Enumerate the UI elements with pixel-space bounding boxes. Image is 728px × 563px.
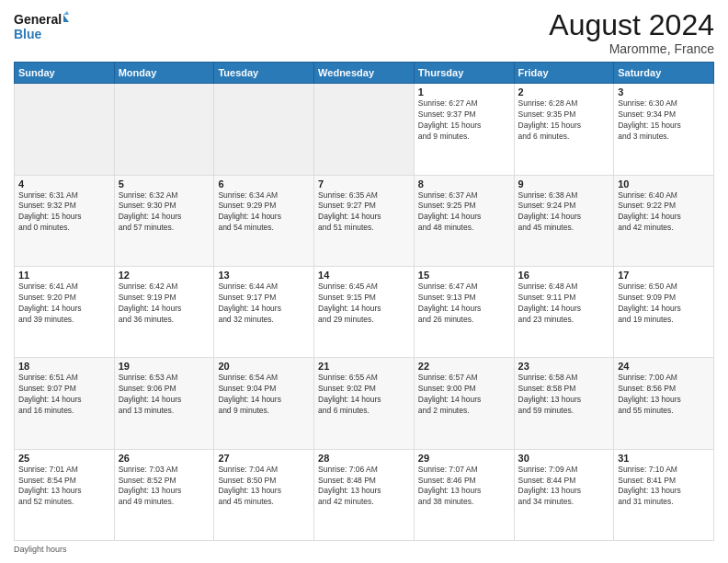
calendar-cell: 8Sunrise: 6:37 AM Sunset: 9:25 PM Daylig…: [414, 175, 514, 266]
calendar-cell: 1Sunrise: 6:27 AM Sunset: 9:37 PM Daylig…: [414, 84, 514, 175]
day-number: 20: [218, 361, 310, 372]
calendar-cell: 15Sunrise: 6:47 AM Sunset: 9:13 PM Dayli…: [414, 266, 514, 357]
day-info: Sunrise: 6:50 AM Sunset: 9:09 PM Dayligh…: [618, 282, 710, 326]
logo-svg: General Blue: [14, 9, 69, 44]
calendar-cell: 9Sunrise: 6:38 AM Sunset: 9:24 PM Daylig…: [514, 175, 614, 266]
calendar-cell: 27Sunrise: 7:04 AM Sunset: 8:50 PM Dayli…: [214, 449, 314, 540]
calendar-cell: [214, 84, 314, 175]
day-number: 27: [218, 453, 310, 464]
weekday-header: Friday: [514, 63, 614, 84]
weekday-header-row: SundayMondayTuesdayWednesdayThursdayFrid…: [15, 63, 714, 84]
calendar-cell: 5Sunrise: 6:32 AM Sunset: 9:30 PM Daylig…: [114, 175, 214, 266]
calendar-table: SundayMondayTuesdayWednesdayThursdayFrid…: [14, 62, 714, 541]
day-number: 8: [418, 178, 510, 190]
day-info: Sunrise: 7:03 AM Sunset: 8:52 PM Dayligh…: [119, 465, 210, 509]
month-title: August 2024: [549, 9, 714, 41]
svg-text:General: General: [14, 12, 62, 27]
day-info: Sunrise: 6:38 AM Sunset: 9:24 PM Dayligh…: [518, 190, 610, 235]
day-number: 29: [418, 453, 510, 464]
daylight-label: Daylight hours: [14, 545, 67, 554]
calendar-cell: 14Sunrise: 6:45 AM Sunset: 9:15 PM Dayli…: [314, 266, 415, 357]
day-number: 17: [618, 270, 710, 281]
day-info: Sunrise: 6:58 AM Sunset: 8:58 PM Dayligh…: [518, 373, 610, 417]
day-number: 23: [518, 361, 610, 372]
day-info: Sunrise: 6:30 AM Sunset: 9:34 PM Dayligh…: [618, 98, 710, 143]
day-number: 2: [518, 86, 610, 98]
calendar-cell: 6Sunrise: 6:34 AM Sunset: 9:29 PM Daylig…: [214, 175, 314, 266]
day-info: Sunrise: 7:04 AM Sunset: 8:50 PM Dayligh…: [218, 465, 310, 509]
calendar-cell: 4Sunrise: 6:31 AM Sunset: 9:32 PM Daylig…: [15, 175, 115, 266]
day-info: Sunrise: 6:51 AM Sunset: 9:07 PM Dayligh…: [18, 373, 110, 417]
svg-text:Blue: Blue: [14, 27, 42, 41]
day-info: Sunrise: 6:28 AM Sunset: 9:35 PM Dayligh…: [518, 98, 610, 143]
day-number: 22: [418, 361, 510, 372]
calendar-cell: 18Sunrise: 6:51 AM Sunset: 9:07 PM Dayli…: [15, 358, 115, 449]
calendar-cell: 11Sunrise: 6:41 AM Sunset: 9:20 PM Dayli…: [15, 266, 115, 357]
day-number: 6: [218, 178, 310, 190]
day-number: 24: [618, 361, 710, 372]
weekday-header: Tuesday: [214, 63, 314, 84]
calendar-cell: [314, 84, 415, 175]
calendar-cell: [15, 84, 115, 175]
day-number: 12: [119, 270, 210, 281]
calendar-cell: 17Sunrise: 6:50 AM Sunset: 9:09 PM Dayli…: [614, 266, 714, 357]
weekday-header: Saturday: [614, 63, 714, 84]
day-info: Sunrise: 6:32 AM Sunset: 9:30 PM Dayligh…: [119, 190, 210, 235]
day-number: 14: [318, 270, 410, 281]
calendar-week-row: 1Sunrise: 6:27 AM Sunset: 9:37 PM Daylig…: [15, 84, 714, 175]
day-info: Sunrise: 6:27 AM Sunset: 9:37 PM Dayligh…: [418, 98, 510, 143]
day-info: Sunrise: 6:53 AM Sunset: 9:06 PM Dayligh…: [119, 373, 210, 417]
day-info: Sunrise: 7:09 AM Sunset: 8:44 PM Dayligh…: [518, 465, 610, 509]
day-number: 28: [318, 453, 410, 464]
header: General Blue August 2024 Maromme, France: [14, 9, 714, 56]
calendar-cell: 22Sunrise: 6:57 AM Sunset: 9:00 PM Dayli…: [414, 358, 514, 449]
day-info: Sunrise: 6:47 AM Sunset: 9:13 PM Dayligh…: [418, 282, 510, 326]
day-number: 7: [318, 178, 410, 190]
footer: Daylight hours: [14, 545, 714, 554]
calendar-cell: 20Sunrise: 6:54 AM Sunset: 9:04 PM Dayli…: [214, 358, 314, 449]
day-info: Sunrise: 7:01 AM Sunset: 8:54 PM Dayligh…: [18, 465, 110, 509]
day-info: Sunrise: 6:45 AM Sunset: 9:15 PM Dayligh…: [318, 282, 410, 326]
day-number: 9: [518, 178, 610, 190]
day-info: Sunrise: 7:10 AM Sunset: 8:41 PM Dayligh…: [618, 465, 710, 509]
day-number: 5: [119, 178, 210, 190]
day-number: 13: [218, 270, 310, 281]
calendar-week-row: 25Sunrise: 7:01 AM Sunset: 8:54 PM Dayli…: [15, 449, 714, 540]
calendar-week-row: 4Sunrise: 6:31 AM Sunset: 9:32 PM Daylig…: [15, 175, 714, 266]
day-number: 4: [18, 178, 110, 190]
calendar-cell: 30Sunrise: 7:09 AM Sunset: 8:44 PM Dayli…: [514, 449, 614, 540]
weekday-header: Sunday: [15, 63, 115, 84]
day-info: Sunrise: 6:57 AM Sunset: 9:00 PM Dayligh…: [418, 373, 510, 417]
calendar-week-row: 18Sunrise: 6:51 AM Sunset: 9:07 PM Dayli…: [15, 358, 714, 449]
calendar-cell: 12Sunrise: 6:42 AM Sunset: 9:19 PM Dayli…: [114, 266, 214, 357]
day-number: 31: [618, 453, 710, 464]
calendar-cell: 29Sunrise: 7:07 AM Sunset: 8:46 PM Dayli…: [414, 449, 514, 540]
calendar-cell: 10Sunrise: 6:40 AM Sunset: 9:22 PM Dayli…: [614, 175, 714, 266]
svg-marker-2: [63, 15, 69, 22]
calendar-cell: 2Sunrise: 6:28 AM Sunset: 9:35 PM Daylig…: [514, 84, 614, 175]
day-info: Sunrise: 6:54 AM Sunset: 9:04 PM Dayligh…: [218, 373, 310, 417]
calendar-cell: 3Sunrise: 6:30 AM Sunset: 9:34 PM Daylig…: [614, 84, 714, 175]
calendar-cell: 25Sunrise: 7:01 AM Sunset: 8:54 PM Dayli…: [15, 449, 115, 540]
day-info: Sunrise: 6:35 AM Sunset: 9:27 PM Dayligh…: [318, 190, 410, 235]
calendar-cell: 16Sunrise: 6:48 AM Sunset: 9:11 PM Dayli…: [514, 266, 614, 357]
day-number: 15: [418, 270, 510, 281]
weekday-header: Thursday: [414, 63, 514, 84]
day-number: 1: [418, 86, 510, 98]
day-number: 26: [119, 453, 210, 464]
day-number: 21: [318, 361, 410, 372]
subtitle: Maromme, France: [549, 41, 714, 56]
day-info: Sunrise: 7:07 AM Sunset: 8:46 PM Dayligh…: [418, 465, 510, 509]
day-info: Sunrise: 6:34 AM Sunset: 9:29 PM Dayligh…: [218, 190, 310, 235]
day-number: 30: [518, 453, 610, 464]
calendar-cell: 19Sunrise: 6:53 AM Sunset: 9:06 PM Dayli…: [114, 358, 214, 449]
calendar-cell: 21Sunrise: 6:55 AM Sunset: 9:02 PM Dayli…: [314, 358, 415, 449]
day-info: Sunrise: 6:48 AM Sunset: 9:11 PM Dayligh…: [518, 282, 610, 326]
day-number: 18: [18, 361, 110, 372]
calendar-cell: 28Sunrise: 7:06 AM Sunset: 8:48 PM Dayli…: [314, 449, 415, 540]
day-number: 16: [518, 270, 610, 281]
calendar-week-row: 11Sunrise: 6:41 AM Sunset: 9:20 PM Dayli…: [15, 266, 714, 357]
logo: General Blue: [14, 9, 69, 44]
calendar-cell: 24Sunrise: 7:00 AM Sunset: 8:56 PM Dayli…: [614, 358, 714, 449]
day-info: Sunrise: 6:42 AM Sunset: 9:19 PM Dayligh…: [119, 282, 210, 326]
